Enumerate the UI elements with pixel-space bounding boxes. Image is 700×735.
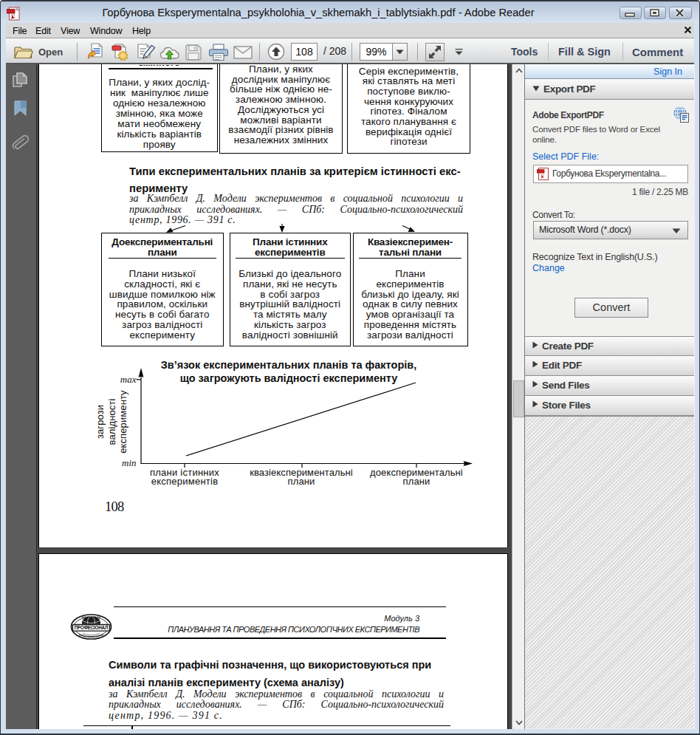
svg-text:ПРОФЕСІОНАЛ: ПРОФЕСІОНАЛ	[75, 625, 109, 630]
svg-text:АНАЛІТИКИЙ ДІМ: АНАЛІТИКИЙ ДІМ	[82, 616, 101, 619]
